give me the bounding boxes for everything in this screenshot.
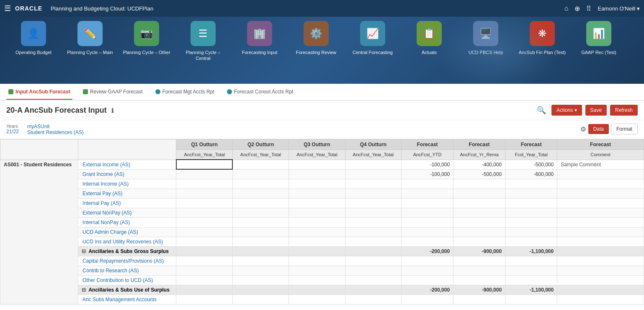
cell-remain[interactable] bbox=[453, 266, 505, 275]
cell-q4[interactable] bbox=[345, 169, 401, 179]
cell-q3[interactable] bbox=[289, 266, 345, 275]
cell-q4[interactable] bbox=[345, 266, 401, 275]
cell-total[interactable] bbox=[505, 189, 557, 198]
cell-q4[interactable] bbox=[345, 294, 401, 304]
cell-q1[interactable] bbox=[176, 256, 232, 266]
row-label[interactable]: Anc Subs Management Accounts bbox=[78, 294, 176, 304]
row-label[interactable]: External NonPay (AS) bbox=[78, 208, 176, 217]
cell-q1[interactable] bbox=[176, 169, 232, 179]
cell-q4[interactable] bbox=[345, 227, 401, 237]
cell-q3[interactable] bbox=[289, 285, 345, 294]
actions-button[interactable]: Actions ▾ bbox=[551, 105, 582, 116]
cell-total[interactable] bbox=[505, 266, 557, 275]
row-label[interactable]: Other Contribution to UCD (AS) bbox=[78, 275, 176, 285]
nav-item-planning-other[interactable]: 📷Planning Cycle – Other bbox=[121, 21, 172, 55]
unit-value[interactable]: Student Residences (AS) bbox=[27, 129, 84, 135]
cell-q1[interactable] bbox=[176, 266, 232, 275]
cell-ytd[interactable] bbox=[402, 294, 453, 304]
data-grid[interactable]: Q1 OutturnQ2 OutturnQ3 OutturnQ4 Outturn… bbox=[0, 139, 644, 310]
cell-q4[interactable] bbox=[345, 208, 401, 217]
cell-remain[interactable]: -400,000 bbox=[453, 160, 505, 169]
cell-total[interactable]: -600,000 bbox=[505, 169, 557, 179]
row-label[interactable]: Capital Repayments/Provisions (AS) bbox=[78, 256, 176, 266]
cell-ytd[interactable]: -100,000 bbox=[402, 160, 453, 169]
row-label[interactable]: External Income (AS) bbox=[78, 160, 176, 169]
cell-remain[interactable] bbox=[453, 179, 505, 189]
info-icon[interactable]: ℹ bbox=[111, 107, 113, 114]
cell-q2[interactable] bbox=[232, 208, 289, 217]
cell-q2[interactable] bbox=[232, 217, 289, 227]
nav-item-forecasting-input[interactable]: 🏢Forecasting Input bbox=[234, 21, 285, 55]
cell-remain[interactable] bbox=[453, 294, 505, 304]
dots-icon[interactable]: ⠿ bbox=[586, 5, 591, 13]
settings-icon[interactable]: ⚙ bbox=[580, 125, 586, 133]
cell-q4[interactable] bbox=[345, 189, 401, 198]
row-label[interactable]: Grant Income (AS) bbox=[78, 169, 176, 179]
cell-q2[interactable] bbox=[232, 246, 289, 256]
cell-q3[interactable] bbox=[289, 198, 345, 208]
cell-total[interactable]: -1,100,000 bbox=[505, 246, 557, 256]
cell-q1[interactable] bbox=[176, 208, 232, 217]
cell-remain[interactable]: -500,000 bbox=[453, 169, 505, 179]
cell-total[interactable] bbox=[505, 198, 557, 208]
cell-ytd[interactable] bbox=[402, 198, 453, 208]
cell-q4[interactable] bbox=[345, 237, 401, 246]
expand-icon[interactable]: ⊟ bbox=[82, 287, 87, 293]
cell-q3[interactable] bbox=[289, 160, 345, 169]
cell-ytd[interactable] bbox=[402, 217, 453, 227]
cell-ytd[interactable] bbox=[402, 208, 453, 217]
cell-q3[interactable] bbox=[289, 208, 345, 217]
cell-q4[interactable] bbox=[345, 246, 401, 256]
row-label[interactable]: External Pay (AS) bbox=[78, 189, 176, 198]
cell-ytd[interactable] bbox=[402, 227, 453, 237]
cell-q4[interactable] bbox=[345, 275, 401, 285]
cell-ytd[interactable]: -200,000 bbox=[402, 246, 453, 256]
menu-icon[interactable]: ☰ bbox=[4, 4, 11, 13]
cell-ytd[interactable] bbox=[402, 237, 453, 246]
tab-input-ancsub[interactable]: Input AncSub Forecast bbox=[6, 85, 72, 100]
cell-q3[interactable] bbox=[289, 227, 345, 237]
cell-q4[interactable] bbox=[345, 285, 401, 294]
cell-remain[interactable]: -900,000 bbox=[453, 285, 505, 294]
cell-q3[interactable] bbox=[289, 275, 345, 285]
cell-total[interactable] bbox=[505, 237, 557, 246]
cell-q1[interactable] bbox=[176, 246, 232, 256]
row-label[interactable]: Contrib to Research (AS) bbox=[78, 266, 176, 275]
cell-ytd[interactable] bbox=[402, 189, 453, 198]
tab-review-gaap[interactable]: Review GAAP Forecast bbox=[81, 85, 145, 100]
cell-remain[interactable] bbox=[453, 217, 505, 227]
cell-q2[interactable] bbox=[232, 160, 289, 169]
cell-q2[interactable] bbox=[232, 256, 289, 266]
cell-total[interactable] bbox=[505, 208, 557, 217]
cell-q2[interactable] bbox=[232, 189, 289, 198]
help-icon[interactable]: ⊕ bbox=[574, 5, 580, 13]
cell-q4[interactable] bbox=[345, 160, 401, 169]
cell-q1[interactable] bbox=[176, 160, 232, 169]
cell-total[interactable] bbox=[505, 256, 557, 266]
search-icon[interactable]: 🔍 bbox=[537, 106, 546, 115]
cell-q1[interactable] bbox=[176, 217, 232, 227]
save-button[interactable]: Save bbox=[585, 105, 607, 116]
row-label[interactable]: ⊟ Ancillaries & Subs Use of Surplus bbox=[78, 285, 176, 294]
cell-q4[interactable] bbox=[345, 217, 401, 227]
nav-item-gaap-rec[interactable]: 📊GAAP Rec (Test) bbox=[574, 21, 624, 55]
cell-q2[interactable] bbox=[232, 275, 289, 285]
cell-remain[interactable] bbox=[453, 237, 505, 246]
row-label[interactable]: Internal Income (AS) bbox=[78, 179, 176, 189]
cell-q1[interactable] bbox=[176, 179, 232, 189]
cell-remain[interactable] bbox=[453, 275, 505, 285]
cell-q2[interactable] bbox=[232, 294, 289, 304]
cell-ytd[interactable] bbox=[402, 275, 453, 285]
cell-q4[interactable] bbox=[345, 179, 401, 189]
user-name[interactable]: Eamonn O'Neill ▾ bbox=[598, 5, 640, 12]
data-button[interactable]: Data bbox=[588, 124, 609, 134]
nav-item-ucd-pbcs-help[interactable]: 🖥️UCD PBCS Help bbox=[461, 21, 511, 55]
cell-q2[interactable] bbox=[232, 169, 289, 179]
tab-forecast-mgt[interactable]: Forecast Mgt Accts Rpt bbox=[153, 85, 216, 100]
cell-q4[interactable] bbox=[345, 198, 401, 208]
cell-q2[interactable] bbox=[232, 237, 289, 246]
cell-total[interactable]: -1,100,000 bbox=[505, 285, 557, 294]
home-icon[interactable]: ⌂ bbox=[564, 5, 569, 12]
cell-q3[interactable] bbox=[289, 169, 345, 179]
cell-q1[interactable] bbox=[176, 227, 232, 237]
